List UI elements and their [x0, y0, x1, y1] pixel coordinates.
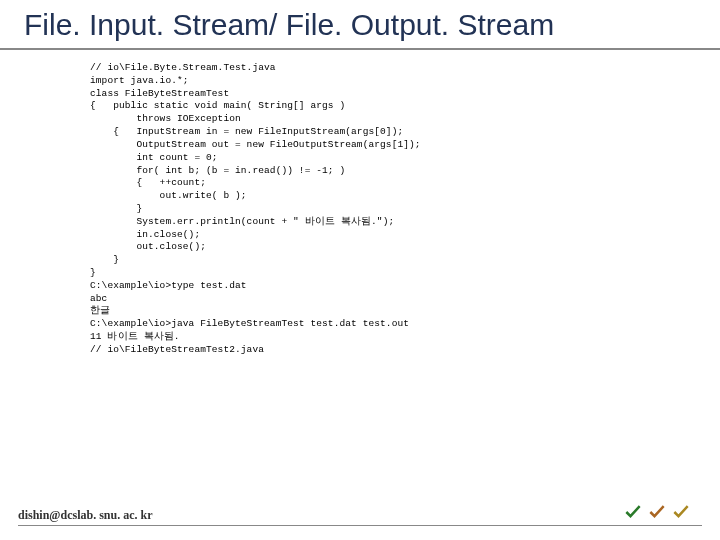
- footer-email: dishin@dcslab. snu. ac. kr: [18, 508, 153, 522]
- code-line: C:\example\io>type test.dat: [90, 280, 720, 293]
- code-line: in.close();: [90, 229, 720, 242]
- code-line: { public static void main( String[] args…: [90, 100, 720, 113]
- code-line: }: [90, 267, 720, 280]
- code-line: throws IOException: [90, 113, 720, 126]
- code-line: abc: [90, 293, 720, 306]
- code-line: // io\FileByteStreamTest2.java: [90, 344, 720, 357]
- footer: dishin@dcslab. snu. ac. kr: [18, 505, 702, 526]
- code-line: out.write( b );: [90, 190, 720, 203]
- code-line: System.err.println(count + " 바이트 복사됨.");: [90, 216, 720, 229]
- title-bar: File. Input. Stream/ File. Output. Strea…: [0, 0, 720, 50]
- code-line: { ++count;: [90, 177, 720, 190]
- code-line: }: [90, 203, 720, 216]
- code-line: class FileByteStreamTest: [90, 88, 720, 101]
- check-icon: [646, 501, 668, 523]
- code-line: int count = 0;: [90, 152, 720, 165]
- code-line: { InputStream in = new FileInputStream(a…: [90, 126, 720, 139]
- code-line: OutputStream out = new FileOutputStream(…: [90, 139, 720, 152]
- check-icon: [622, 501, 644, 523]
- slide: File. Input. Stream/ File. Output. Strea…: [0, 0, 720, 540]
- slide-title: File. Input. Stream/ File. Output. Strea…: [24, 8, 696, 42]
- code-line: 한글: [90, 305, 720, 318]
- code-line: // io\File.Byte.Stream.Test.java: [90, 62, 720, 75]
- code-line: C:\example\io>java FileByteStreamTest te…: [90, 318, 720, 331]
- code-content: // io\File.Byte.Stream.Test.java import …: [0, 50, 720, 357]
- code-line: 11 바이트 복사됨.: [90, 331, 720, 344]
- footer-logos: [622, 501, 692, 523]
- code-line: }: [90, 254, 720, 267]
- code-line: out.close();: [90, 241, 720, 254]
- check-icon: [670, 501, 692, 523]
- code-line: import java.io.*;: [90, 75, 720, 88]
- code-line: for( int b; (b = in.read()) != -1; ): [90, 165, 720, 178]
